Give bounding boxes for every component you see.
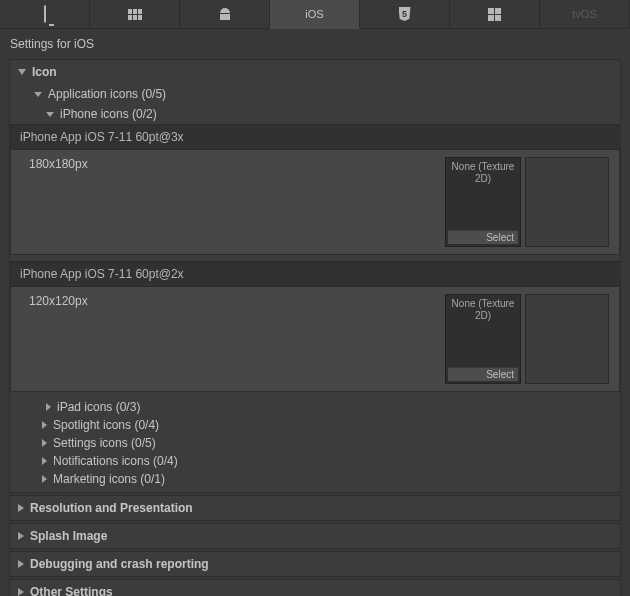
html5-icon: 5 xyxy=(399,7,411,21)
icon-section-body: Application icons (0/5) iPhone icons (0/… xyxy=(10,84,620,492)
icon-section-header[interactable]: Icon xyxy=(10,60,620,84)
chevron-right-icon xyxy=(18,532,24,540)
marketing-icons-label: Marketing icons (0/1) xyxy=(53,472,165,486)
select-button[interactable]: Select xyxy=(448,367,518,381)
texture-slot-label: None (Texture 2D) xyxy=(446,295,520,322)
marketing-icons-fold[interactable]: Marketing icons (0/1) xyxy=(10,470,620,488)
icon-panel: Icon Application icons (0/5) iPhone icon… xyxy=(9,59,621,493)
tab-android[interactable] xyxy=(180,0,270,29)
application-icons-label: Application icons (0/5) xyxy=(48,87,166,101)
icon-entry-title: iPhone App iOS 7-11 60pt@3x xyxy=(10,124,620,150)
splash-section-header[interactable]: Splash Image xyxy=(9,523,621,549)
icon-dimensions: 180x180px xyxy=(21,157,445,171)
notifications-icons-fold[interactable]: Notifications icons (0/4) xyxy=(10,452,620,470)
tab-tvos[interactable]: tvOS xyxy=(540,0,630,29)
notifications-icons-label: Notifications icons (0/4) xyxy=(53,454,178,468)
android-icon xyxy=(218,8,232,20)
tab-ios[interactable]: iOS xyxy=(270,0,360,29)
tab-webgl[interactable]: 5 xyxy=(360,0,450,29)
monitor-icon xyxy=(44,6,46,22)
other-section-title: Other Settings xyxy=(30,585,113,596)
texture-slot[interactable]: None (Texture 2D) Select xyxy=(445,157,521,247)
icon-entry-body: 180x180px None (Texture 2D) Select xyxy=(10,150,620,255)
tvos-label: tvOS xyxy=(572,8,596,20)
tab-uwp[interactable] xyxy=(450,0,540,29)
chevron-down-icon xyxy=(46,112,54,117)
texture-slot-label: None (Texture 2D) xyxy=(446,158,520,185)
icon-preview xyxy=(525,294,609,384)
windows-icon xyxy=(488,8,501,21)
texture-slot[interactable]: None (Texture 2D) Select xyxy=(445,294,521,384)
chevron-right-icon xyxy=(42,439,47,447)
chevron-right-icon xyxy=(18,504,24,512)
icon-dimensions: 120x120px xyxy=(21,294,445,308)
chevron-right-icon xyxy=(42,475,47,483)
chevron-right-icon xyxy=(42,457,47,465)
chevron-right-icon xyxy=(46,403,51,411)
icon-entry-title: iPhone App iOS 7-11 60pt@2x xyxy=(10,261,620,287)
application-icons-fold[interactable]: Application icons (0/5) xyxy=(10,84,620,104)
server-icon xyxy=(128,9,142,20)
settings-header: Settings for iOS xyxy=(0,29,630,59)
icon-section-title: Icon xyxy=(32,65,57,79)
select-button[interactable]: Select xyxy=(448,230,518,244)
debug-section-header[interactable]: Debugging and crash reporting xyxy=(9,551,621,577)
ipad-icons-fold[interactable]: iPad icons (0/3) xyxy=(10,398,620,416)
icon-preview xyxy=(525,157,609,247)
resolution-section-header[interactable]: Resolution and Presentation xyxy=(9,495,621,521)
debug-section-title: Debugging and crash reporting xyxy=(30,557,209,571)
icon-entry: iPhone App iOS 7-11 60pt@2x 120x120px No… xyxy=(10,261,620,392)
chevron-right-icon xyxy=(18,588,24,596)
ipad-icons-label: iPad icons (0/3) xyxy=(57,400,140,414)
tab-standalone[interactable] xyxy=(0,0,90,29)
resolution-section-title: Resolution and Presentation xyxy=(30,501,193,515)
spotlight-icons-label: Spotlight icons (0/4) xyxy=(53,418,159,432)
iphone-icons-fold[interactable]: iPhone icons (0/2) xyxy=(10,104,620,124)
platform-tabs: iOS 5 tvOS xyxy=(0,0,630,29)
splash-section-title: Splash Image xyxy=(30,529,107,543)
tab-server[interactable] xyxy=(90,0,180,29)
iphone-icons-label: iPhone icons (0/2) xyxy=(60,107,157,121)
chevron-right-icon xyxy=(18,560,24,568)
icon-entry: iPhone App iOS 7-11 60pt@3x 180x180px No… xyxy=(10,124,620,255)
settings-icons-fold[interactable]: Settings icons (0/5) xyxy=(10,434,620,452)
chevron-down-icon xyxy=(34,92,42,97)
other-section-header[interactable]: Other Settings xyxy=(9,579,621,596)
ios-label: iOS xyxy=(305,8,323,20)
chevron-right-icon xyxy=(42,421,47,429)
chevron-down-icon xyxy=(18,69,26,75)
settings-icons-label: Settings icons (0/5) xyxy=(53,436,156,450)
spotlight-icons-fold[interactable]: Spotlight icons (0/4) xyxy=(10,416,620,434)
icon-entry-body: 120x120px None (Texture 2D) Select xyxy=(10,287,620,392)
